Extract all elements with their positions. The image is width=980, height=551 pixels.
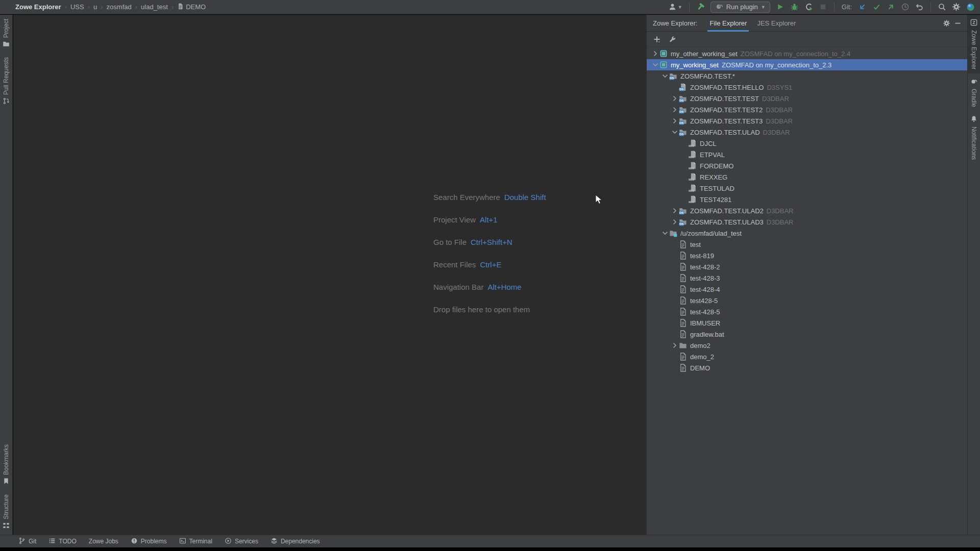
tree-row[interactable]: MEMREXXEG	[647, 171, 967, 183]
breadcrumb-item[interactable]: DEMO	[177, 3, 206, 11]
statusbar-item-zowe-jobs[interactable]: Zowe Jobs	[83, 535, 125, 547]
stripe-item-pull-requests[interactable]: Pull Requests	[0, 53, 13, 110]
tree-row[interactable]: demo_2	[647, 351, 967, 362]
tree-row[interactable]: DSZOSMFAD.TEST.ULAD2D3DBAR	[647, 205, 967, 216]
chevron-placeholder	[680, 184, 689, 192]
chevron-right-icon[interactable]	[670, 218, 679, 226]
tree-node-label: my_other_working_set	[671, 50, 738, 58]
git-branch-icon	[18, 537, 26, 546]
minimize-icon[interactable]	[952, 17, 963, 29]
chevron-right-icon[interactable]	[651, 49, 659, 58]
tree-row[interactable]: MEMDJCL	[647, 138, 967, 149]
tree-row[interactable]: DSZOSMFAD.TEST.TEST3D3DBAR	[647, 115, 967, 127]
stripe-item-label: Gradle	[970, 89, 977, 107]
stripe-item-project[interactable]: Project	[0, 15, 13, 53]
user-menu-button[interactable]: ▼	[668, 3, 682, 11]
tree-row[interactable]: DSZOSMFAD.TEST.ULAD3D3DBAR	[647, 216, 967, 228]
file-icon	[177, 3, 184, 11]
right-toolwindow-stripe: ZZowe ExplorerGradleNotifications	[967, 15, 980, 535]
stripe-item-notifications[interactable]: Notifications	[968, 111, 980, 164]
search-everywhere-icon[interactable]	[938, 3, 946, 11]
tree-node-suffix: D3DBAR	[766, 117, 793, 125]
statusbar-item-git[interactable]: Git	[12, 535, 42, 547]
stripe-item-bookmarks[interactable]: Bookmarks	[0, 440, 13, 490]
tree-row[interactable]: test-428-3	[647, 272, 967, 284]
services-icon	[225, 537, 232, 546]
tree-row[interactable]: DSZOSMFAD.TEST.ULADD3DBAR	[647, 127, 967, 138]
tree-row[interactable]: DSZOSMFAD.TEST.HELLOD3SYS1	[647, 82, 967, 93]
build-hammer-icon[interactable]	[696, 3, 705, 11]
tree-row[interactable]: test-428-4	[647, 284, 967, 295]
statusbar-item-services[interactable]: Services	[218, 535, 264, 547]
coverage-icon[interactable]	[804, 3, 813, 11]
chevron-down-icon[interactable]	[660, 229, 669, 237]
tree-row[interactable]: test-428-5	[647, 306, 967, 317]
statusbar-item-dependencies[interactable]: Dependencies	[264, 535, 326, 547]
tree-row[interactable]: DEMO	[647, 362, 967, 373]
add-icon[interactable]	[652, 34, 662, 44]
svg-text:DS: DS	[679, 132, 684, 136]
tree-row[interactable]: MEMFORDEMO	[647, 160, 967, 171]
text-file-icon	[679, 330, 687, 338]
chevron-down-icon[interactable]	[660, 72, 669, 80]
chevron-right-icon[interactable]	[670, 117, 679, 125]
gear-icon[interactable]	[941, 17, 952, 29]
tree-node-suffix: ZOSMFAD on my_connection_to_2.4	[741, 50, 850, 58]
tree-row[interactable]: DSZOSMFAD.TEST.TEST2D3DBAR	[647, 104, 967, 115]
tree-row[interactable]: demo2	[647, 340, 967, 351]
breadcrumb-item[interactable]: ulad_test	[141, 3, 168, 11]
rollback-icon[interactable]	[915, 3, 924, 11]
run-icon[interactable]	[776, 3, 785, 11]
tree-node-label: test-428-4	[690, 286, 720, 293]
tree-row[interactable]: gradlew.bat	[647, 329, 967, 340]
statusbar-item-problems[interactable]: Problems	[125, 535, 173, 547]
ide-sphere-icon[interactable]	[966, 3, 975, 11]
drop-hint-label: Drop files here to open them	[433, 305, 530, 314]
stripe-item-structure[interactable]: Structure	[0, 490, 13, 535]
statusbar-item-terminal[interactable]: Terminal	[173, 535, 218, 547]
stripe-item-zowe-explorer[interactable]: ZZowe Explorer	[968, 15, 980, 73]
member-file-icon: MEM	[689, 139, 697, 147]
push-icon[interactable]	[887, 3, 895, 11]
tab-jes-explorer[interactable]: JES Explorer	[752, 15, 801, 32]
breadcrumb-item[interactable]: Zowe Explorer	[15, 3, 61, 11]
tree-row[interactable]: test428-5	[647, 295, 967, 306]
tree-row[interactable]: my_working_setZOSMFAD on my_connection_t…	[647, 59, 967, 70]
commit-icon[interactable]	[872, 3, 881, 11]
tree-row[interactable]: MEMTEST4281	[647, 194, 967, 205]
chevron-down-icon[interactable]	[670, 128, 679, 136]
tree-row[interactable]: test-428-2	[647, 261, 967, 272]
tab-file-explorer[interactable]: File Explorer	[704, 15, 752, 32]
tree-row[interactable]: test	[647, 239, 967, 250]
breadcrumb-item[interactable]: zosmfad	[107, 3, 132, 11]
wrench-icon[interactable]	[667, 34, 677, 44]
tree-row[interactable]: /u/zosmfad/ulad_test	[647, 228, 967, 239]
stripe-item-gradle[interactable]: Gradle	[968, 73, 980, 111]
chevron-down-icon[interactable]	[651, 61, 659, 69]
tree-row[interactable]: DSZOSMFAD.TEST.*	[647, 70, 967, 82]
breadcrumb-item[interactable]: u	[93, 3, 97, 11]
chevron-right-icon[interactable]	[670, 106, 679, 114]
update-project-icon[interactable]	[858, 3, 867, 11]
tree-node-label: gradlew.bat	[690, 331, 724, 338]
tree-row[interactable]: test-819	[647, 250, 967, 261]
settings-gear-icon[interactable]	[952, 3, 961, 11]
tree-row[interactable]: MEMETPVAL	[647, 149, 967, 160]
svg-text:MEM: MEM	[689, 179, 694, 181]
chevron-right-icon[interactable]	[670, 207, 679, 215]
stop-icon	[819, 3, 827, 11]
statusbar-item-todo[interactable]: TODO	[42, 535, 82, 547]
tree-row[interactable]: DSZOSMFAD.TEST.TESTD3DBAR	[647, 93, 967, 104]
chevron-right-icon[interactable]	[670, 94, 679, 103]
breadcrumb-item[interactable]: USS	[70, 3, 84, 11]
hint-shortcut: Alt+Home	[487, 283, 521, 291]
chevron-right-icon[interactable]	[670, 341, 679, 349]
member-file-icon: MEM	[689, 173, 697, 181]
tree-row[interactable]: my_other_working_setZOSMFAD on my_connec…	[647, 48, 967, 59]
run-plugin-button[interactable]: Run plugin▼	[710, 2, 770, 13]
tree-row[interactable]: IBMUSER	[647, 317, 967, 329]
panel-tabs: File ExplorerJES Explorer	[704, 15, 801, 31]
tree-row[interactable]: MEMTESTULAD	[647, 183, 967, 194]
debug-icon[interactable]	[790, 3, 799, 11]
tree-node-suffix: D3DBAR	[763, 129, 790, 136]
